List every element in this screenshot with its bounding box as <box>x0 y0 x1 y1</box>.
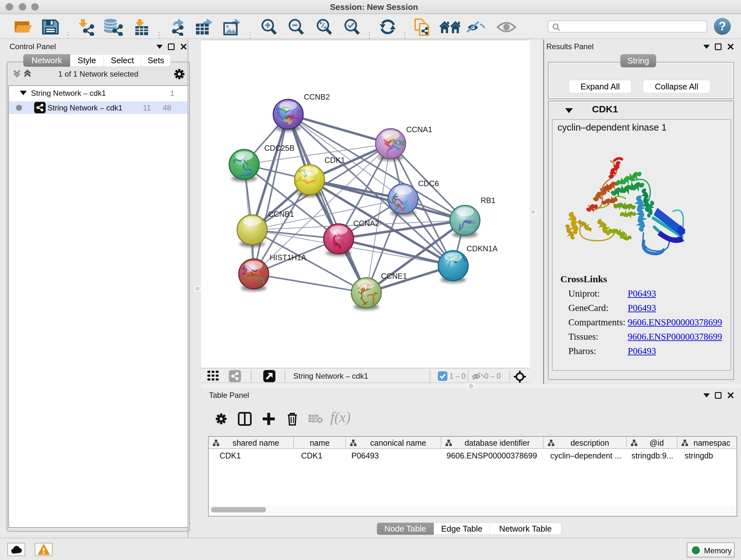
svg-text:CDC6: CDC6 <box>418 179 439 188</box>
svg-text:CDC25B: CDC25B <box>264 144 294 152</box>
svg-text:HIST1H1A: HIST1H1A <box>270 253 307 262</box>
svg-text:RB1: RB1 <box>481 196 495 205</box>
svg-text:CCNA2: CCNA2 <box>353 219 379 228</box>
svg-text:CDK1: CDK1 <box>325 156 345 165</box>
svg-text:CCNB1: CCNB1 <box>268 210 294 219</box>
svg-text:CCNE1: CCNE1 <box>381 272 407 280</box>
svg-text:CDKN1A: CDKN1A <box>467 244 497 253</box>
svg-text:CCNB2: CCNB2 <box>304 92 330 101</box>
svg-text:CCNA1: CCNA1 <box>406 125 432 134</box>
